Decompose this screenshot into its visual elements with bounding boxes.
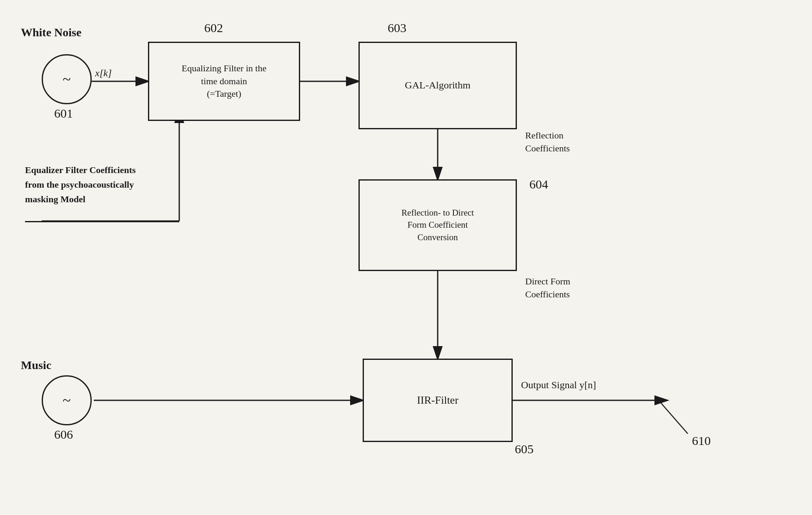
block-605-id: 605 — [515, 442, 534, 456]
white-noise-label: White Noise — [21, 26, 81, 39]
direct-form-coeff-label: Direct FormCoefficients — [525, 275, 570, 301]
diagram-container: White Noise ~ 601 x[k] 602 Equalizing Fi… — [0, 0, 812, 515]
equalizer-coeff-underline — [25, 221, 179, 222]
block-603-id: 603 — [388, 21, 406, 35]
block-605: IIR-Filter — [363, 359, 513, 442]
svg-line-10 — [659, 400, 688, 434]
block-602-id: 602 — [204, 21, 223, 35]
white-noise-circle: ~ — [42, 54, 92, 104]
block-604: Reflection- to DirectForm CoefficientCon… — [358, 179, 517, 271]
music-circle: ~ — [42, 375, 92, 425]
block-603-text: GAL-Algorithm — [405, 78, 470, 93]
music-tilde: ~ — [63, 392, 70, 409]
equalizer-coeff-label: Equalizer Filter Coefficientsfrom the ps… — [25, 163, 136, 207]
output-signal-label: Output Signal y[n] — [521, 379, 596, 391]
node-606-label: 606 — [54, 427, 73, 442]
music-label: Music — [21, 359, 51, 372]
xk-label: x[k] — [95, 68, 112, 79]
block-602-text: Equalizing Filter in thetime domain(=Tar… — [182, 62, 266, 100]
node-601-label: 601 — [54, 106, 73, 121]
white-noise-tilde: ~ — [63, 70, 70, 88]
node-610-label: 610 — [692, 434, 711, 448]
block-603: GAL-Algorithm — [358, 42, 517, 129]
block-604-text: Reflection- to DirectForm CoefficientCon… — [401, 207, 474, 244]
block-605-text: IIR-Filter — [417, 393, 459, 408]
reflection-coeff-label: ReflectionCoefficients — [525, 129, 570, 155]
block-604-id: 604 — [529, 177, 548, 191]
block-602: Equalizing Filter in thetime domain(=Tar… — [148, 42, 300, 121]
